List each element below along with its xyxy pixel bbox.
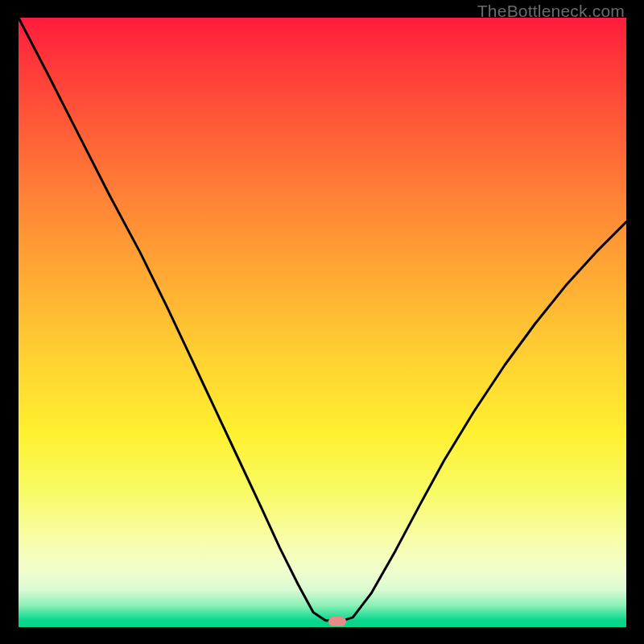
curve-path — [19, 18, 626, 621]
chart-frame: TheBottleneck.com — [0, 0, 644, 644]
optimum-marker — [328, 617, 346, 626]
plot-area — [19, 18, 626, 627]
bottleneck-curve — [19, 18, 626, 627]
